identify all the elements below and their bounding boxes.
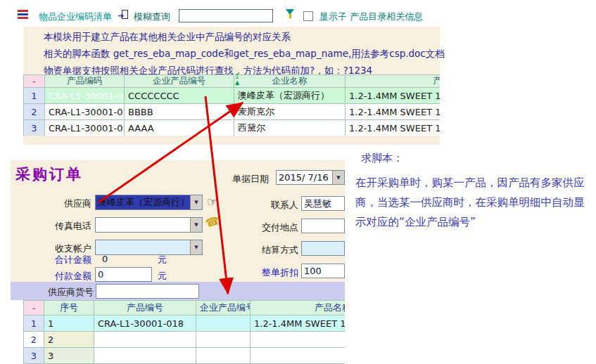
enterprise-code-cell[interactable]: CCCCCCCC [125,88,234,104]
header-enterprise-name[interactable]: 企业名称 [234,75,345,88]
table-row[interactable]: 3 CRA-L1-30001-018 AAAA 西黛尔 1.2-1.4MM SW… [24,120,440,136]
pointing-hand-icon[interactable]: ☞ [207,196,217,208]
chevron-down-icon[interactable]: ▼ [190,195,202,209]
note-body: 在开采购单时，购某一产品，因产品有多家供应商，当选某一供应商时，在采购单明细中自… [355,173,592,232]
row-number[interactable]: 3 [24,348,44,364]
filter-icon[interactable] [286,9,295,20]
delivery-label: 交付地点 [232,221,298,234]
total-amount-label: 合计金额 [42,254,91,266]
show-sub-checkbox[interactable] [303,11,313,21]
product-name-cell[interactable]: 1.2-1.4MM SWEET 16 N [345,88,440,104]
query-icon[interactable]: ➜ [118,10,127,19]
row-number[interactable]: 1 [24,316,44,332]
product-name-cell[interactable]: 1.2-1.4MM SWEET 16 N [251,316,345,332]
window-title: 物品企业编码清单 [39,11,112,23]
product-name-cell[interactable] [251,348,345,364]
table-row[interactable]: 2 2 [24,332,345,348]
row-number[interactable]: 2 [24,332,44,348]
discount-input[interactable] [301,264,345,278]
supplier-select[interactable]: 澳峰皮革（宏源商行）▼ [95,195,203,210]
purchase-order-title: 采购订单 [15,164,83,184]
payment-unit: 元 [158,270,167,282]
table-row[interactable]: 1 1 CRA-L1-30001-018 1.2-1.4MM SWEET 16 … [24,316,345,332]
product-name-cell[interactable] [251,332,345,348]
sort-indicator: 1 ▲ [235,74,239,86]
description-line-2: 相关的脚本函数 get_res_eba_map_code和get_res_eba… [44,48,445,60]
supplier-item-label: 供应商货号 [48,286,94,299]
seq-cell[interactable]: 3 [44,348,94,364]
seq-cell[interactable]: 2 [44,332,94,348]
header-product-name[interactable]: 产品名称 [251,301,345,316]
enterprise-name-cell[interactable]: 麦斯克尔 [234,104,345,120]
supplier-item-input[interactable] [96,284,199,299]
table-row[interactable]: 2 CRA-L1-30001-018 BBBB 麦斯克尔 1.2-1.4MM S… [24,104,440,120]
product-code-cell[interactable]: CRA-L1-30001-018 [45,88,125,104]
fuzzy-search-input[interactable] [179,9,273,22]
module-icon[interactable] [18,10,28,19]
discount-label: 整单折扣 [232,266,298,279]
fax-label: 传真电话 [42,220,91,233]
enterprise-code-cell[interactable] [196,332,251,348]
seq-cell[interactable]: 1 [44,316,94,332]
header-product-name[interactable]: 产品名称 [345,75,440,88]
doc-date-label: 单据日期 [232,173,269,186]
chevron-down-icon[interactable]: ▼ [190,240,202,254]
header-dash[interactable]: - [24,75,45,88]
enterprise-code-cell[interactable] [196,348,251,364]
enterprise-name-cell[interactable]: 西黛尔 [234,120,345,136]
description-line-1: 本模块用于建立产品在其他相关企业中产品编号的对应关系 [44,31,291,44]
product-code-cell[interactable] [94,348,196,364]
mapping-table: - 产品编码 企业产品编号 企业名称 产品名称 1 CRA-L1-30001-0… [23,74,440,136]
settlement-label: 结算方式 [232,244,298,256]
product-code-cell[interactable]: CRA-L1-30001-018 [45,104,125,120]
detail-header-row: - 序号 产品编号 企业产品编号 产品名称 [24,301,345,316]
header-seq[interactable]: 序号 [44,301,94,316]
enterprise-code-cell[interactable] [196,316,251,332]
enterprise-code-cell[interactable]: AAAA [125,120,234,136]
product-name-cell[interactable]: 1.2-1.4MM SWEET 16 N [345,120,440,136]
enterprise-code-cell[interactable]: BBBB [125,104,234,120]
show-sub-label: 显示子 产品目录相关信息 [319,11,423,23]
product-code-cell[interactable]: CRA-L1-30001-018 [94,316,196,332]
product-name-cell[interactable]: 1.2-1.4MM SWEET 16 N [345,104,440,120]
total-unit: 元 [158,254,167,266]
mapping-header-row: - 产品编码 企业产品编号 企业名称 产品名称 [24,75,440,88]
enterprise-name-cell[interactable]: 澳峰皮革（宏源商行） [234,88,345,104]
product-code-cell[interactable]: CRA-L1-30001-018 [45,120,125,136]
header-dash[interactable]: - [24,301,44,316]
contact-input[interactable] [301,196,345,211]
supplier-label: 供应商 [42,197,91,210]
fuzzy-query-button[interactable]: 模糊查询 [134,11,170,23]
chevron-down-icon[interactable]: ▼ [332,171,344,184]
fax-select[interactable]: ▼ [95,217,203,233]
header-enterprise-code[interactable]: 企业产品编号 [196,301,251,316]
detail-table: - 序号 产品编号 企业产品编号 产品名称 1 1 CRA-L1-30001-0… [23,300,345,364]
delivery-input[interactable] [301,219,345,233]
total-amount-value: 0 [102,254,108,264]
header-product-code[interactable]: 产品编码 [45,75,125,88]
table-row[interactable]: 1 CRA-L1-30001-018 CCCCCCCC 澳峰皮革（宏源商行） 1… [24,88,440,104]
table-row[interactable]: 3 3 [24,348,345,364]
sort-asc-icon: ▲ [235,79,239,86]
product-code-cell[interactable] [94,332,196,348]
payment-amount-input[interactable] [95,267,152,282]
contact-label: 联系人 [232,199,298,212]
header-enterprise-code[interactable]: 企业产品编号 [125,75,234,88]
payment-amount-label: 付款金额 [42,270,91,282]
row-number[interactable]: 3 [24,120,45,136]
row-number[interactable]: 2 [24,104,45,120]
chevron-down-icon[interactable]: ▼ [190,218,202,232]
note-title: 求脚本： [361,152,403,165]
row-number[interactable]: 1 [24,88,45,104]
account-select[interactable]: ▼ [95,240,203,255]
doc-date-picker[interactable]: 2015/ 7/16▼ [276,170,345,185]
header-product-code[interactable]: 产品编号 [94,301,196,316]
settlement-input[interactable] [301,241,345,256]
